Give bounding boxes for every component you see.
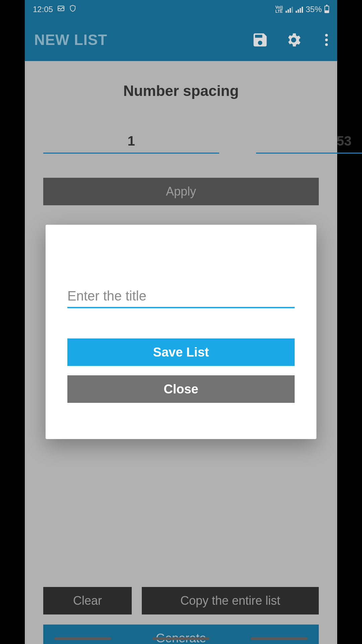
signal-icon-2 [296, 6, 303, 13]
spacing-from-input[interactable] [43, 129, 219, 154]
apply-button[interactable]: Apply [43, 178, 319, 205]
spacing-inputs-row [43, 129, 319, 154]
status-time: 12:05 [33, 5, 53, 14]
save-list-button[interactable]: Save List [67, 338, 295, 366]
nav-recents[interactable] [54, 637, 111, 640]
app-bar-actions [251, 31, 328, 49]
nav-back[interactable] [251, 637, 308, 640]
nav-home[interactable] [153, 637, 209, 640]
clear-button[interactable]: Clear [43, 587, 132, 614]
signal-icon-1 [286, 6, 293, 13]
battery-icon [324, 6, 329, 13]
copy-list-button[interactable]: Copy the entire list [142, 587, 319, 614]
overflow-menu-icon[interactable] [318, 34, 328, 46]
list-title-input[interactable] [67, 285, 295, 308]
image-icon [57, 4, 65, 14]
battery-percent: 35% [306, 5, 322, 14]
status-bar-right: Vo))LTE 35% [276, 5, 329, 14]
volte-indicator: Vo))LTE [276, 5, 283, 13]
close-dialog-button[interactable]: Close [67, 375, 295, 403]
phone-screen: 12:05 Vo))LTE 35% NEW LIST [25, 0, 337, 644]
app-title: NEW LIST [34, 32, 251, 48]
gear-icon[interactable] [285, 31, 302, 49]
app-bar: NEW LIST [25, 19, 337, 61]
status-bar-left: 12:05 [33, 4, 76, 14]
spacing-to-input[interactable] [256, 129, 362, 154]
section-title: Number spacing [43, 83, 319, 99]
save-icon[interactable] [251, 31, 269, 49]
status-bar: 12:05 Vo))LTE 35% [25, 0, 337, 19]
shield-icon [69, 5, 76, 14]
save-list-dialog: Save List Close [46, 225, 316, 439]
system-nav-bar [0, 633, 362, 644]
